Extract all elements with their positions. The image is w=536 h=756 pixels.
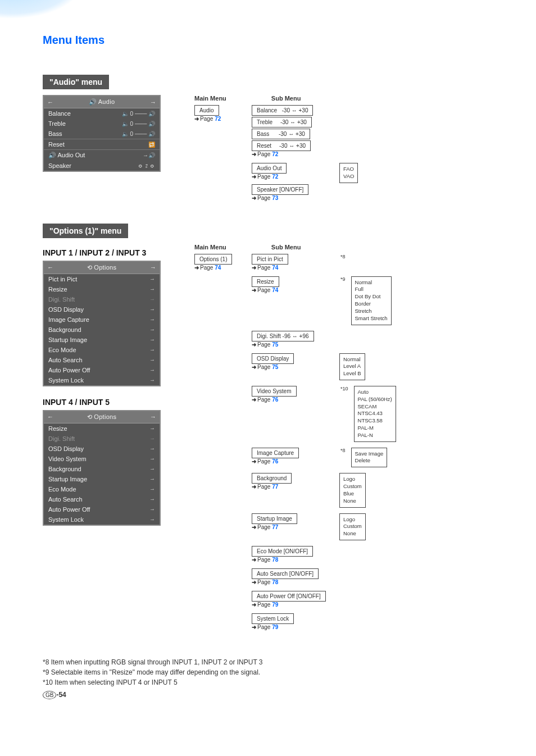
footnote-marker: *8 <box>340 254 346 259</box>
page-ref[interactable]: 73 <box>272 195 278 201</box>
options-icon: ⟲ <box>87 413 92 420</box>
page-ref[interactable]: 72 <box>272 151 278 157</box>
audio-section-header: "Audio" menu <box>43 75 109 89</box>
osd-title: 🔊 Audio <box>53 98 150 106</box>
arrow-left-icon: ← <box>47 413 53 420</box>
diagram-box: Video System <box>252 386 297 397</box>
osd-item: Pict in Pict→ <box>44 274 160 284</box>
diagram-box: OSD Display <box>252 353 294 364</box>
osd-item: Video System→ <box>44 454 160 464</box>
footnote-marker: *8 <box>340 448 346 453</box>
leaf-box: NormalLevel ALevel B <box>339 353 365 380</box>
leaf-item: Auto <box>358 389 392 396</box>
arrow-icon: → <box>149 357 155 363</box>
diagram-box: Startup Image <box>252 513 297 524</box>
main-menu-label: Main Menu <box>194 244 226 251</box>
arrow-icon: → <box>149 296 155 302</box>
diagram-sub-group: Video System➜Page 76*10AutoPAL (50/60Hz)… <box>252 386 396 442</box>
arrow-right-icon: → <box>150 413 156 420</box>
osd-item: Auto Power Off→ <box>44 504 160 514</box>
diagram-sub-group: Background➜Page 77LogoCustomBlueNone <box>252 473 396 507</box>
page-number: GB-54 <box>43 691 66 699</box>
arrow-right-icon: ➜ <box>194 265 199 271</box>
diagram-sub-group: Image Capture➜Page 76*8Save ImageDelete <box>252 448 396 468</box>
diagram-box: Bass -30 ↔ +30 <box>252 129 310 139</box>
page-ref[interactable]: 72 <box>215 116 221 122</box>
osd-item-label: OSD Display <box>48 306 149 313</box>
osd-item: Eco Mode→ <box>44 345 160 355</box>
osd-item: Resize→ <box>44 423 160 434</box>
diagram-box: Speaker [ON/OFF] <box>252 184 308 195</box>
leaf-item: Dot By Dot <box>355 293 388 300</box>
osd-item-label: 🔊 Audio Out <box>48 152 143 159</box>
osd-item-label: Balance <box>48 110 122 117</box>
leaf-box: LogoCustomBlueNone <box>339 473 366 507</box>
leaf-box: Save ImageDelete <box>351 448 388 468</box>
osd-title: ⟲ Options <box>53 413 150 421</box>
audio-diagram: Main Menu Sub Menu Audio ➜Page 72 Balanc… <box>194 95 493 201</box>
leaf-item: Delete <box>355 457 384 464</box>
leaf-item: Normal <box>355 279 388 286</box>
diagram-sub-group: Eco Mode [ON/OFF]➜Page 78 <box>252 546 396 563</box>
osd-item: System Lock→ <box>44 375 160 385</box>
page-ref-line: ➜Page 76 <box>252 397 334 403</box>
diagram-box: Treble -30 ↔ +30 <box>252 117 312 127</box>
page-ref-line: ➜Page 78 <box>252 579 334 585</box>
leaf-box: LogoCustomNone <box>339 513 366 540</box>
osd-item-label: Pict in Pict <box>48 276 149 283</box>
diagram-box: Auto Search [ON/OFF] <box>252 568 319 579</box>
input-heading-b: INPUT 4 / INPUT 5 <box>43 398 172 407</box>
arrow-left-icon: ← <box>47 264 53 271</box>
leaf-item: Custom <box>343 523 362 530</box>
footnote-marker: *10 <box>340 386 348 391</box>
arrow-icon: → <box>149 516 155 522</box>
osd-item: Auto Search→ <box>44 494 160 504</box>
osd-item-label: Treble <box>48 120 122 127</box>
page-ref[interactable]: 74 <box>215 265 221 271</box>
page-ref-line: ➜Page 75 <box>252 364 334 370</box>
osd-item-label: Video System <box>48 456 149 462</box>
osd-item-label: Startup Image <box>48 476 149 482</box>
page-ref-line: ➜Page 78 <box>252 557 334 563</box>
osd-item-label: Auto Search <box>48 357 149 363</box>
arrow-icon: → <box>149 506 155 512</box>
sub-menu-label: Sub Menu <box>271 95 301 102</box>
diagram-box: Eco Mode [ON/OFF] <box>252 546 313 557</box>
diagram-sub-group: Auto Power Off [ON/OFF]➜Page 79 <box>252 591 396 608</box>
footnote: *9 Selectable items in "Resize" mode may… <box>43 667 493 677</box>
page-ref-line: ➜Page 79 <box>252 624 334 630</box>
page-ref-line: ➜Page 74 <box>252 265 334 271</box>
diagram-box: Balance -30 ↔ +30 <box>252 105 313 116</box>
arrow-icon: → <box>149 425 155 431</box>
leaf-item: PAL-N <box>358 432 392 439</box>
osd-item: Startup Image→ <box>44 335 160 345</box>
diagram-box: Resize <box>252 276 279 287</box>
page-ref-line: ➜Page 77 <box>252 484 334 490</box>
diagram-sub-group: Resize➜Page 74*9NormalFullDot By DotBord… <box>252 276 396 325</box>
options-osd-panel-a: ← ⟲ Options → Pict in Pict→Resize→Digi. … <box>43 261 161 386</box>
arrow-right-icon: ➜ <box>252 195 256 201</box>
osd-item-value: 🔈 0 ─── 🔊 <box>122 111 155 117</box>
osd-item-value: 🔈 0 ─── 🔊 <box>122 121 155 127</box>
leaf-item: PAL (50/60Hz) <box>358 396 392 403</box>
arrow-icon: → <box>149 377 155 383</box>
osd-item-label: Digi. Shift <box>48 435 149 442</box>
leaf-item: Border <box>355 300 388 308</box>
osd-item: Background→ <box>44 464 160 474</box>
leaf-item: Custom <box>343 483 362 490</box>
options-section-header: "Options (1)" menu <box>43 224 128 238</box>
leaf-item: Full <box>355 286 388 293</box>
diagram-box: Pict in Pict <box>252 254 288 265</box>
input-heading-a: INPUT 1 / INPUT 2 / INPUT 3 <box>43 248 172 257</box>
arrow-right-icon: → <box>150 264 156 271</box>
footnote: *8 Item when inputting RGB signal throug… <box>43 657 493 667</box>
osd-item: Auto Power Off→ <box>44 365 160 375</box>
arrow-right-icon: ➜ <box>252 151 256 157</box>
leaf-item: Save Image <box>355 450 384 458</box>
osd-item-label: Reset <box>48 141 148 148</box>
leaf-item: SECAM <box>358 403 392 411</box>
options-diagram: Main Menu Sub Menu Options (1) ➜Page 74 … <box>194 244 493 635</box>
diagram-box: Digi. Shift -96 ↔ +96 <box>252 331 314 341</box>
page-ref[interactable]: 72 <box>272 174 278 180</box>
osd-item-label: Image Capture <box>48 316 149 323</box>
